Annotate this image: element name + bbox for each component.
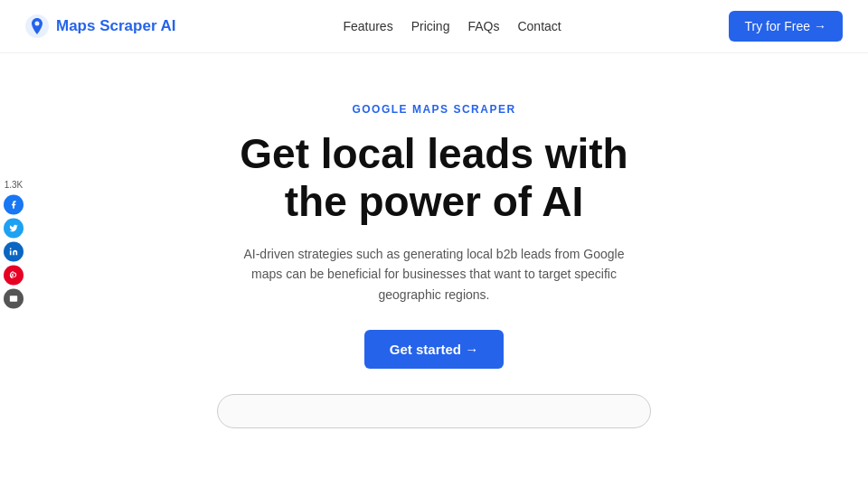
why-section: Why Use Google Maps Scraper? Scraping Go… bbox=[0, 461, 868, 488]
try-for-free-button[interactable]: Try for Free → bbox=[729, 11, 844, 42]
facebook-share-button[interactable] bbox=[4, 195, 24, 215]
logo-icon bbox=[25, 14, 49, 38]
social-count: 1.3K bbox=[5, 180, 24, 190]
brand-name: Maps Scraper AI bbox=[56, 17, 176, 35]
twitter-share-button[interactable] bbox=[4, 219, 24, 239]
hero-title-line1: Get local leads with bbox=[240, 130, 627, 177]
hero-badge: GOOGLE MAPS SCRAPER bbox=[352, 103, 515, 116]
nav-links: Features Pricing FAQs Contact bbox=[335, 15, 568, 37]
svg-point-1 bbox=[10, 248, 12, 249]
logo-link[interactable]: Maps Scraper AI bbox=[25, 14, 176, 38]
get-started-button[interactable]: Get started → bbox=[364, 330, 504, 369]
nav-contact[interactable]: Contact bbox=[510, 15, 568, 37]
nav-faqs[interactable]: FAQs bbox=[460, 15, 506, 37]
social-sidebar: 1.3K bbox=[0, 173, 27, 316]
hero-title: Get local leads with the power of AI bbox=[18, 130, 850, 226]
pinterest-share-button[interactable] bbox=[4, 266, 24, 286]
email-share-button[interactable] bbox=[4, 289, 24, 309]
hero-title-line2: the power of AI bbox=[285, 178, 584, 225]
navbar: Maps Scraper AI Features Pricing FAQs Co… bbox=[0, 0, 868, 53]
hero-subtitle: AI-driven strategies such as generating … bbox=[235, 244, 633, 305]
nav-pricing[interactable]: Pricing bbox=[404, 15, 458, 37]
search-bar-visual[interactable] bbox=[217, 394, 651, 428]
nav-features[interactable]: Features bbox=[335, 15, 400, 37]
hero-section: GOOGLE MAPS SCRAPER Get local leads with… bbox=[0, 53, 868, 461]
linkedin-share-button[interactable] bbox=[4, 242, 24, 262]
